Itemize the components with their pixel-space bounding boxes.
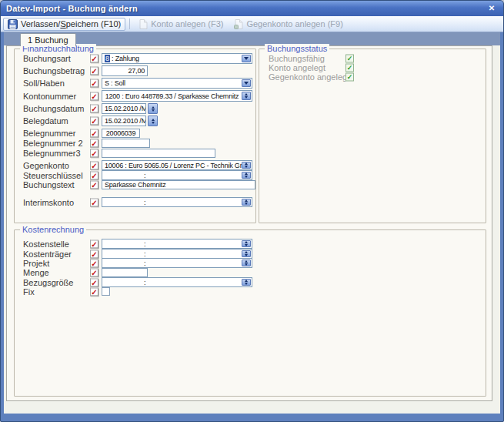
spinner-icon[interactable] <box>242 92 251 100</box>
sollhaben-modified-checkbox[interactable]: ✓ <box>90 79 98 88</box>
create-contra-account-button: Gegenkonto anlegen (F9) <box>229 18 347 31</box>
buchungsart-label: Buchungsart <box>23 54 71 63</box>
steuerschluessel-spinbox[interactable]: : <box>102 170 252 180</box>
belegdatum-label: Belegdatum <box>23 116 68 126</box>
belegnummer-input[interactable]: 20006039 <box>102 129 140 138</box>
buchungsbetrag-label: Buchungsbetrag <box>23 66 85 75</box>
row-menge: Menge ✓ <box>15 268 486 277</box>
bezugsgroesse-modified-checkbox[interactable]: ✓ <box>90 278 98 286</box>
toolbar-separator <box>129 18 130 29</box>
row-belegnummer: Belegnummer ✓ 20006039 <box>15 129 255 138</box>
konto-angelegt-status-checkbox: ✓ <box>345 63 354 72</box>
kostenstelle-value: : <box>102 240 242 248</box>
gegenkonto-angelegt-label: Gegenkonto angelegt <box>269 72 349 82</box>
belegnummer3-label: Belegnummer3 <box>23 149 81 158</box>
buchungsbetrag-modified-checkbox[interactable]: ✓ <box>90 67 98 75</box>
row-buchungsdatum: Buchungsdatum ✓ 15.02.2010 /Mo <box>15 103 255 114</box>
row-belegnummer3: Belegnummer3 ✓ <box>15 149 255 158</box>
spinner-icon[interactable] <box>242 162 251 169</box>
gegenkonto-label: Gegenkonto <box>23 161 69 170</box>
interimskonto-spinbox[interactable]: : <box>102 197 252 207</box>
row-bezugsgroesse: Bezugsgröße ✓ : <box>15 277 486 287</box>
projekt-value: : <box>102 260 242 267</box>
interimskonto-modified-checkbox[interactable]: ✓ <box>90 198 98 206</box>
chevron-down-icon[interactable] <box>242 79 251 87</box>
spinner-icon[interactable] <box>242 260 251 266</box>
title-bar[interactable]: Datev-Import - Buchung ändern ✕ <box>1 1 503 16</box>
buchungstext-value: Sparkasse Chemnitz <box>102 181 255 189</box>
save-icon <box>8 19 18 29</box>
menge-input[interactable] <box>102 268 148 277</box>
save-exit-button[interactable]: Verlassen/Speichern (F10) <box>3 18 125 31</box>
row-steuerschluessel: Steuerschlüssel ✓ : <box>15 170 255 180</box>
gegenkonto-modified-checkbox[interactable]: ✓ <box>90 161 98 169</box>
belegnummer2-label: Belegnummer 2 <box>23 139 83 148</box>
buchungstext-input[interactable]: Sparkasse Chemnitz <box>102 180 255 189</box>
row-projekt: Projekt ✓ : <box>15 258 486 268</box>
kontonummer-value: 1200 : Euro 448789.33 / Sparkasse Chemni… <box>102 92 242 100</box>
spinner-icon[interactable] <box>148 103 158 114</box>
belegdatum-value: 15.02.2010 /Mo <box>102 117 145 125</box>
row-sollhaben: Soll/Haben ✓ S : Soll <box>15 78 255 89</box>
window-title: Datev-Import - Buchung ändern <box>6 4 486 13</box>
kostenstelle-modified-checkbox[interactable]: ✓ <box>90 239 98 248</box>
kostentraeger-modified-checkbox[interactable]: ✓ <box>90 250 98 258</box>
belegnummer2-modified-checkbox[interactable]: ✓ <box>90 139 98 148</box>
row-buchungstext: Buchungstext ✓ Sparkasse Chemnitz <box>15 180 255 189</box>
row-buchungsfaehig: Buchungsfähig ✓ <box>259 54 486 62</box>
spinner-icon[interactable] <box>242 172 251 179</box>
spinner-icon[interactable] <box>242 240 251 247</box>
belegnummer3-modified-checkbox[interactable]: ✓ <box>90 149 98 158</box>
buchungsbetrag-input[interactable]: 27,00 <box>102 65 148 76</box>
buchungsart-modified-checkbox[interactable]: ✓ <box>90 55 98 63</box>
steuerschluessel-label: Steuerschlüssel <box>23 171 83 180</box>
spinner-icon[interactable] <box>242 250 251 257</box>
buchungsart-combobox[interactable]: 8 : Zahlung <box>102 53 252 64</box>
buchungsart-value: 8 : Zahlung <box>102 55 242 62</box>
close-icon[interactable]: ✕ <box>486 3 498 14</box>
bezugsgroesse-value: : <box>102 279 242 286</box>
tab-1-buchung[interactable]: 1 Buchung <box>20 33 76 46</box>
spinner-icon[interactable] <box>242 279 251 286</box>
konto-angelegt-label: Konto angelegt <box>269 63 325 72</box>
buchungsfaehig-label: Buchungsfähig <box>269 54 325 63</box>
belegdatum-input[interactable]: 15.02.2010 /Mo <box>102 116 146 126</box>
bezugsgroesse-spinbox[interactable]: : <box>102 277 252 287</box>
row-fix: Fix ✓ <box>15 287 486 296</box>
sollhaben-value: S : Soll <box>102 79 242 87</box>
projekt-modified-checkbox[interactable]: ✓ <box>90 259 98 267</box>
steuerschluessel-value: : <box>102 172 242 179</box>
menge-modified-checkbox[interactable]: ✓ <box>90 269 98 277</box>
spinner-icon[interactable] <box>242 199 251 206</box>
create-account-button: Konto anlegen (F3) <box>134 18 228 31</box>
gegenkonto-value: 10006 : Euro 5065.05 / Lorenz PC - Techn… <box>102 162 242 169</box>
gegenkonto-spinbox[interactable]: 10006 : Euro 5065.05 / Lorenz PC - Techn… <box>102 160 252 170</box>
buchungsdatum-modified-checkbox[interactable]: ✓ <box>90 105 98 113</box>
buchungsdatum-input[interactable]: 15.02.2010 /Mo <box>102 103 146 114</box>
steuerschluessel-modified-checkbox[interactable]: ✓ <box>90 171 98 179</box>
buchungsdatum-value: 15.02.2010 /Mo <box>102 105 145 112</box>
fix-checkbox[interactable] <box>102 287 110 296</box>
spinner-icon[interactable] <box>148 116 158 126</box>
belegnummer-modified-checkbox[interactable]: ✓ <box>90 129 98 138</box>
row-interimskonto: Interimskonto ✓ : <box>15 197 255 207</box>
fix-modified-checkbox[interactable]: ✓ <box>90 287 98 296</box>
row-kostenstelle: Kostenstelle ✓ : <box>15 239 486 249</box>
buchungstext-modified-checkbox[interactable]: ✓ <box>90 181 98 189</box>
group-finanzbuchhaltung: Finanzbuchhaltung Buchungsart ✓ 8 : Zahl… <box>14 49 256 223</box>
dialog-client-area: 1 Buchung Finanzbuchhaltung Buchungsart … <box>4 32 500 414</box>
bezugsgroesse-label: Bezugsgröße <box>23 278 73 287</box>
sollhaben-combobox[interactable]: S : Soll <box>102 78 252 89</box>
kostenstelle-spinbox[interactable]: : <box>102 239 252 249</box>
kontonummer-spinbox[interactable]: 1200 : Euro 448789.33 / Sparkasse Chemni… <box>102 90 252 102</box>
belegnummer3-input[interactable] <box>102 149 215 158</box>
row-belegdatum: Belegdatum ✓ 15.02.2010 /Mo <box>15 116 255 126</box>
kontonummer-modified-checkbox[interactable]: ✓ <box>90 92 98 100</box>
projekt-spinbox[interactable]: : <box>102 258 252 268</box>
belegdatum-modified-checkbox[interactable]: ✓ <box>90 117 98 126</box>
buchungsdatum-label: Buchungsdatum <box>23 104 85 113</box>
interimskonto-value: : <box>102 199 242 206</box>
chevron-down-icon[interactable] <box>242 55 251 62</box>
belegnummer2-input[interactable] <box>102 139 150 148</box>
gegenkonto-angelegt-status-checkbox: ✓ <box>345 72 354 81</box>
